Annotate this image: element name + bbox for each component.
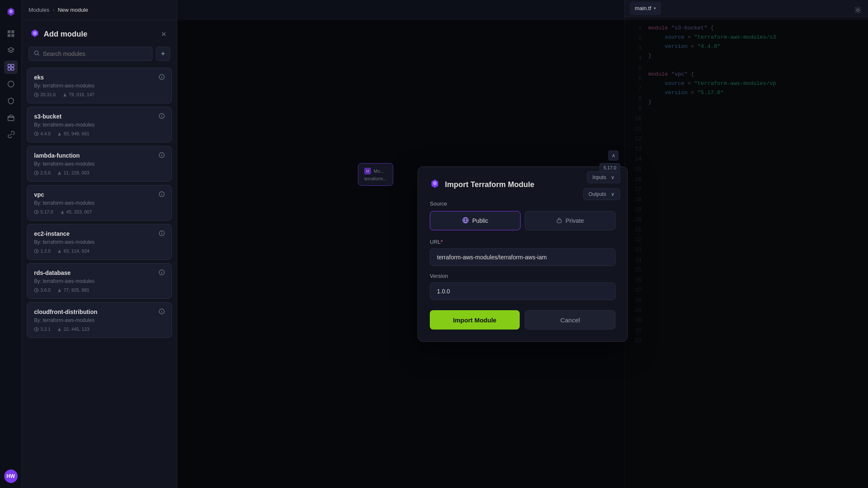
svg-point-25 [857,9,859,11]
module-version: 3.6.0 [34,288,50,293]
module-by: By: terraform-aws-modules [34,122,165,128]
search-icon [34,50,39,57]
source-private-label: Private [566,217,584,224]
module-card-ec2-instance[interactable]: ec2-instance By: terraform-aws-modules 1… [27,224,172,260]
module-info-icon[interactable] [159,152,165,159]
module-card-rds-database[interactable]: rds-database By: terraform-aws-modules 3… [27,263,172,299]
nav-layers-icon[interactable] [4,44,18,57]
settings-button[interactable] [848,0,868,20]
module-by: By: terraform-aws-modules [34,317,165,323]
module-card-eks[interactable]: eks By: terraform-aws-modules 20.31.6 [27,68,172,103]
module-downloads: 63, 114, 924 [57,248,89,253]
module-by: By: terraform-aws-modules [34,200,165,206]
url-input[interactable] [430,248,615,266]
module-version: 1.2.0 [34,248,50,253]
module-by: By: terraform-aws-modules [34,161,165,167]
version-input[interactable] [430,282,615,300]
module-downloads: 45, 333, 007 [60,209,92,214]
app-logo[interactable] [4,5,18,18]
add-module-button[interactable]: + [156,47,170,61]
search-box[interactable] [29,47,153,61]
main-tf-tab[interactable]: main.tf [630,2,661,15]
source-selector: Public Private [430,211,615,230]
svg-rect-4 [8,64,11,67]
globe-icon [462,217,469,225]
module-downloads: 11, 229, 003 [57,170,89,175]
source-public-button[interactable]: Public [430,211,521,230]
svg-point-10 [34,51,38,55]
nav-dashboard-icon[interactable] [4,27,18,40]
module-card-vpc[interactable]: vpc By: terraform-aws-modules 5.17.0 [27,185,172,221]
module-version: 4.4.0 [34,131,50,136]
module-list: eks By: terraform-aws-modules 20.31.6 [22,68,177,488]
module-stats: 20.31.6 79, 016, 147 [34,92,165,97]
module-name: eks [34,74,44,81]
sidebar-title: Add module [44,30,154,39]
url-field-label: URL* [430,239,615,245]
module-info-icon[interactable] [159,191,165,198]
modal-title: Import Terraform Module [445,180,534,189]
svg-rect-2 [8,34,11,37]
module-info-icon[interactable] [159,74,165,81]
module-stats: 2.5.0 11, 229, 003 [34,170,165,175]
modal-actions: Import Module Cancel [430,310,615,330]
module-info-icon[interactable] [159,269,165,277]
module-card-cloudfront-distribution[interactable]: cloudfront-distribution By: terraform-aw… [27,302,172,338]
svg-rect-6 [8,68,11,70]
module-version: 20.31.6 [34,92,56,97]
module-version: 5.17.0 [34,209,53,214]
nav-link-icon[interactable] [4,128,18,141]
module-name: ec2-instance [34,230,70,237]
module-stats: 3.6.0 77, 925, 881 [34,288,165,293]
module-stats: 4.4.0 93, 949, 661 [34,131,165,136]
nav-bank-icon[interactable] [4,111,18,124]
svg-rect-7 [11,68,14,70]
svg-rect-9 [8,117,14,121]
module-version: 3.2.1 [34,327,50,332]
module-info-icon[interactable] [159,113,165,120]
import-module-button[interactable]: Import Module [430,310,520,330]
breadcrumb-parent: Modules [29,7,49,13]
sidebar-close-button[interactable]: ✕ [158,29,168,40]
breadcrumb-current: New module [58,7,88,13]
svg-rect-27 [557,220,561,223]
module-card-s3-bucket[interactable]: s3-bucket By: terraform-aws-modules 4.4.… [27,107,172,142]
nav-modules-icon[interactable] [4,61,18,74]
version-field-label: Version [430,273,615,279]
module-name: rds-database [34,269,71,276]
nav-circle-icon[interactable] [4,77,18,91]
module-stats: 1.2.0 63, 114, 924 [34,248,165,253]
source-public-label: Public [472,217,488,224]
search-row: + [22,47,177,68]
svg-point-8 [8,81,14,87]
module-name: cloudfront-distribution [34,309,97,315]
svg-rect-1 [11,30,14,33]
main-content-area: M Mo... terraform... Inputs ∨ Outputs ∨ … [177,0,868,488]
code-tab-bar: main.tf [625,0,868,17]
user-avatar[interactable]: HW [4,470,18,483]
module-name: vpc [34,191,44,198]
modal-overlay: M Mo... terraform... Inputs ∨ Outputs ∨ … [177,20,868,488]
module-downloads: 77, 925, 881 [57,288,89,293]
lock-icon [556,217,562,224]
source-private-button[interactable]: Private [525,211,615,230]
module-card-lambda-function[interactable]: lambda-function By: terraform-aws-module… [27,146,172,182]
module-downloads: 93, 949, 661 [57,131,89,136]
cancel-button[interactable]: Cancel [525,310,615,330]
module-info-icon[interactable] [159,230,165,237]
source-label: Source [430,200,615,207]
module-info-icon[interactable] [159,309,165,316]
svg-rect-5 [11,64,14,67]
search-input[interactable] [43,50,147,57]
sidebar-header: Add module ✕ [22,20,177,47]
nav-shield-icon[interactable] [4,94,18,108]
module-by: By: terraform-aws-modules [34,278,165,284]
module-by: By: terraform-aws-modules [34,83,165,89]
module-version: 2.5.0 [34,170,50,175]
svg-rect-3 [11,34,14,37]
sidebar-panel: Modules › New module Add module ✕ + [22,0,177,488]
module-name: lambda-function [34,152,80,159]
module-downloads: 79, 016, 147 [63,92,95,97]
module-stats: 5.17.0 45, 333, 007 [34,209,165,214]
sidebar-logo-icon [30,29,39,40]
